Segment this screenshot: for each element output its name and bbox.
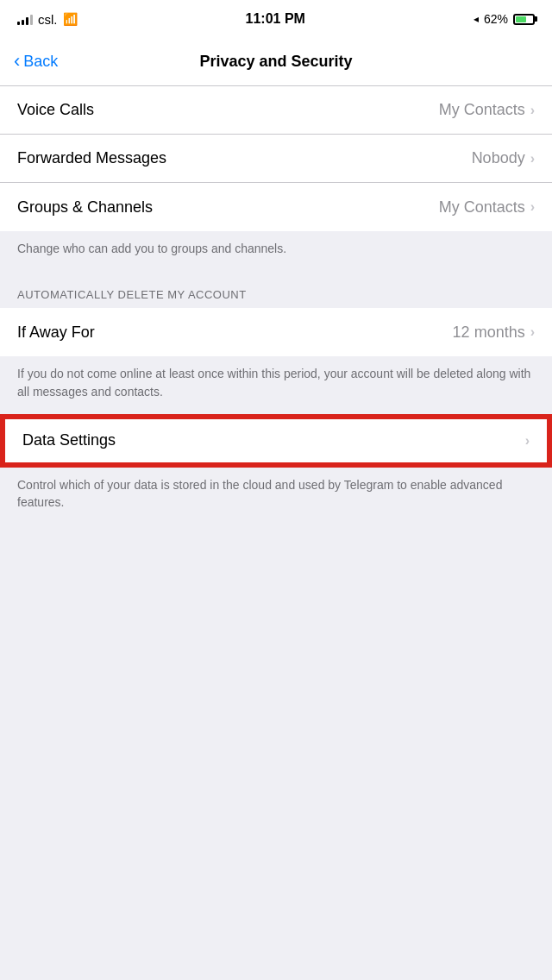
status-bar: csl. 📶 11:01 PM ◂ 62%	[0, 0, 552, 38]
groups-footer: Change who can add you to groups and cha…	[0, 231, 552, 271]
voice-calls-value-group: My Contacts ›	[439, 101, 535, 119]
forwarded-messages-item[interactable]: Forwarded Messages Nobody ›	[0, 135, 552, 183]
auto-delete-footer: If you do not come online at least once …	[0, 356, 552, 414]
data-settings-value-group: ›	[525, 433, 530, 449]
signal-icon	[17, 13, 33, 25]
groups-channels-chevron: ›	[530, 199, 535, 215]
forwarded-messages-value: Nobody	[472, 149, 525, 167]
clock: 11:01 PM	[246, 11, 305, 27]
voice-calls-value: My Contacts	[439, 101, 525, 119]
auto-delete-header: AUTOMATICALLY DELETE MY ACCOUNT	[0, 271, 552, 308]
data-settings-group: Data Settings ›	[0, 414, 552, 468]
forwarded-messages-chevron: ›	[530, 151, 535, 166]
data-settings-chevron: ›	[525, 433, 530, 449]
groups-channels-item[interactable]: Groups & Channels My Contacts ›	[0, 183, 552, 231]
voice-calls-chevron: ›	[530, 103, 535, 118]
data-settings-footer: Control which of your data is stored in …	[0, 468, 552, 525]
forwarded-messages-label: Forwarded Messages	[17, 149, 166, 167]
privacy-settings-group: Voice Calls My Contacts › Forwarded Mess…	[0, 86, 552, 231]
groups-channels-label: Groups & Channels	[17, 198, 153, 217]
if-away-for-chevron: ›	[530, 324, 535, 340]
groups-channels-value-group: My Contacts ›	[439, 198, 535, 217]
if-away-for-item[interactable]: If Away For 12 months ›	[0, 308, 552, 356]
nav-bar: ‹ Back Privacy and Security	[0, 38, 552, 86]
data-settings-item[interactable]: Data Settings ›	[3, 417, 549, 465]
status-right: ◂ 62%	[474, 12, 535, 26]
battery-icon	[513, 14, 535, 25]
page-title: Privacy and Security	[14, 53, 538, 71]
if-away-for-value-group: 12 months ›	[453, 324, 535, 342]
if-away-for-value: 12 months	[453, 324, 525, 342]
voice-calls-label: Voice Calls	[17, 101, 94, 119]
battery-percent: 62%	[484, 12, 508, 26]
wifi-icon: 📶	[63, 12, 78, 26]
data-settings-label: Data Settings	[22, 431, 116, 449]
auto-delete-group: If Away For 12 months ›	[0, 308, 552, 356]
location-icon: ◂	[474, 13, 479, 25]
forwarded-messages-value-group: Nobody ›	[472, 149, 535, 167]
groups-channels-value: My Contacts	[439, 198, 525, 217]
status-left: csl. 📶	[17, 12, 78, 27]
if-away-for-label: If Away For	[17, 324, 95, 342]
voice-calls-item[interactable]: Voice Calls My Contacts ›	[0, 86, 552, 135]
carrier-label: csl.	[38, 12, 58, 27]
